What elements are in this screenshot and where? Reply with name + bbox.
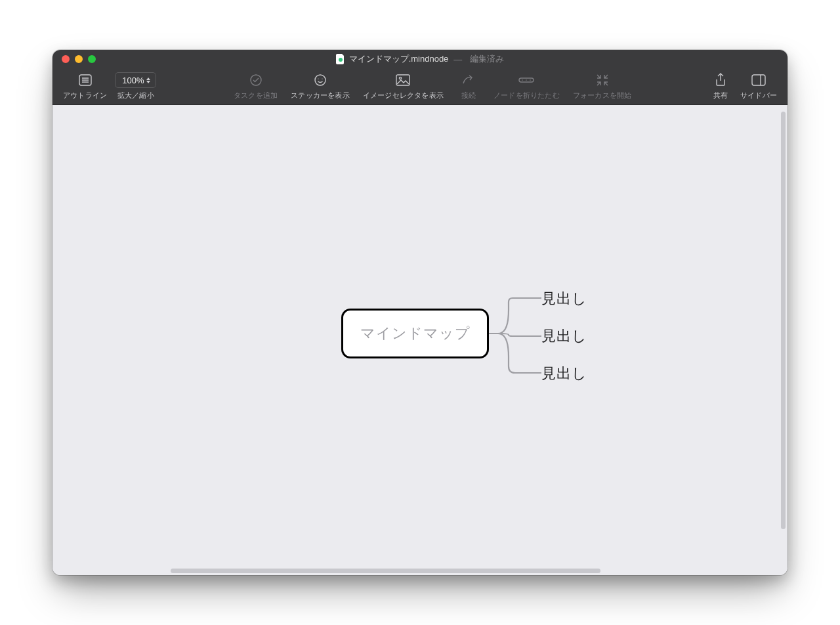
connect-button[interactable]: 接続 (453, 71, 484, 100)
focus-label: フォーカスを開始 (573, 91, 632, 100)
mindmap-canvas[interactable]: マインドマップ 見出し 見出し 見出し (52, 105, 788, 575)
fold-nodes-button[interactable]: ノードを折りたたむ (490, 71, 564, 100)
document-status: 編集済み (470, 53, 504, 65)
zoom-stepper[interactable]: 100% (115, 72, 156, 88)
check-circle-icon (249, 72, 262, 88)
child-node[interactable]: 見出し (541, 364, 587, 383)
child-node-text: 見出し (541, 290, 587, 307)
add-task-label: タスクを追加 (234, 91, 278, 100)
image-icon (396, 72, 410, 88)
zoom-label: 拡大／縮小 (117, 91, 154, 100)
svg-point-14 (530, 79, 532, 81)
app-window: マインドマップ.mindnode — 編集済み アウトライン (52, 50, 788, 575)
connect-label: 接続 (461, 91, 476, 100)
svg-rect-15 (752, 75, 765, 85)
window-title: マインドマップ.mindnode — 編集済み (52, 53, 788, 65)
outline-label: アウトライン (63, 91, 107, 100)
svg-rect-9 (396, 75, 410, 85)
focus-icon (596, 72, 609, 88)
child-node-text: 見出し (541, 365, 587, 381)
node-connectors (489, 282, 541, 387)
close-window-button[interactable] (62, 55, 70, 63)
zoom-value: 100% (122, 75, 144, 85)
svg-point-8 (322, 78, 322, 79)
sidebar-label: サイドバー (740, 91, 777, 100)
title-separator: — (453, 54, 462, 64)
child-node[interactable]: 見出し (541, 326, 587, 346)
svg-point-10 (400, 77, 402, 79)
connect-icon (461, 72, 476, 88)
zoom-window-button[interactable] (88, 55, 96, 63)
share-button[interactable]: 共有 (705, 71, 736, 100)
traffic-lights (52, 55, 96, 63)
smiley-icon (314, 72, 327, 88)
svg-point-7 (318, 78, 318, 79)
image-selector-button[interactable]: イメージセレクタを表示 (359, 71, 448, 100)
horizontal-scrollbar[interactable] (171, 569, 600, 573)
svg-point-0 (339, 58, 343, 62)
vertical-scrollbar[interactable] (781, 112, 786, 529)
toolbar: アウトライン 100% 拡大／縮小 (52, 68, 788, 105)
svg-point-13 (526, 79, 528, 81)
outline-button[interactable]: アウトライン (59, 71, 111, 100)
share-label: 共有 (713, 91, 728, 100)
document-icon (336, 54, 345, 64)
share-icon (715, 72, 726, 88)
root-node[interactable]: マインドマップ (341, 309, 489, 358)
child-node[interactable]: 見出し (541, 289, 587, 309)
child-node-text: 見出し (541, 328, 587, 344)
focus-button[interactable]: フォーカスを開始 (569, 71, 636, 100)
zoom-control[interactable]: 100% 拡大／縮小 (111, 71, 160, 100)
svg-point-12 (522, 79, 524, 81)
image-selector-label: イメージセレクタを表示 (363, 91, 444, 100)
svg-point-5 (251, 75, 261, 85)
outline-icon (79, 72, 92, 88)
root-node-text: マインドマップ (360, 324, 471, 343)
minimize-window-button[interactable] (75, 55, 83, 63)
add-task-button[interactable]: タスクを追加 (230, 71, 282, 100)
svg-point-6 (315, 75, 326, 85)
titlebar: マインドマップ.mindnode — 編集済み (52, 50, 788, 68)
fold-label: ノードを折りたたむ (494, 91, 560, 100)
stepper-icon (146, 73, 153, 87)
stickers-button[interactable]: ステッカーを表示 (287, 71, 354, 100)
sidebar-icon (751, 72, 766, 88)
document-title: マインドマップ.mindnode (349, 53, 449, 65)
sidebar-button[interactable]: サイドバー (736, 71, 781, 100)
fold-icon (518, 72, 534, 88)
stickers-label: ステッカーを表示 (291, 91, 350, 100)
